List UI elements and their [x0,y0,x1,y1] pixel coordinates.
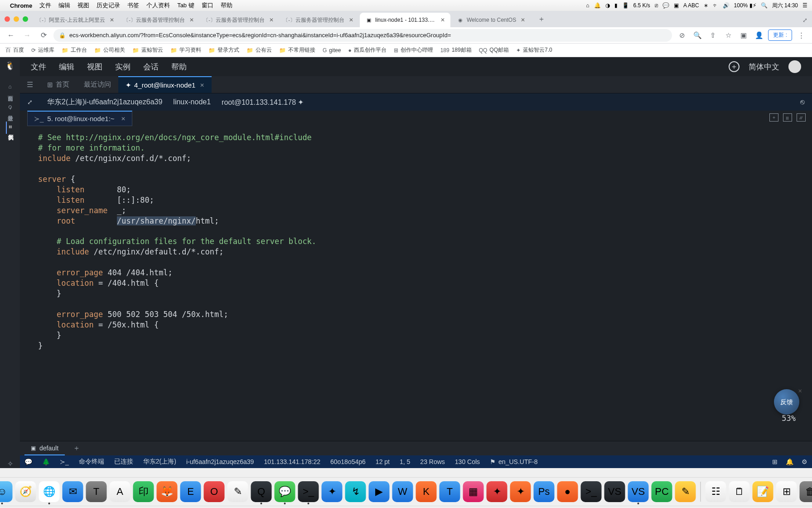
dock-app-icon[interactable]: VS [628,481,649,502]
close-tab-icon[interactable]: ✕ [200,82,204,88]
dock-app-icon[interactable]: 💬 [275,481,295,502]
close-tab-icon[interactable]: ✕ [269,17,274,23]
dock-app-icon[interactable]: ✦ [510,481,531,502]
linux-logo-icon[interactable]: 🐧 [5,61,15,71]
input-abc[interactable]: A ABC [683,2,699,9]
dock-app-icon[interactable]: 🦊 [157,481,178,502]
dock-app-icon[interactable]: ▶ [369,481,390,502]
split-horizontal-icon[interactable]: ⫻ [797,113,806,122]
dock-app-icon[interactable]: 🗑 [800,481,812,502]
dock-app-icon[interactable]: >_ [298,481,319,502]
user-avatar[interactable] [788,60,801,73]
wb-menu-session[interactable]: 会话 [143,62,159,72]
chrome-tab[interactable]: 〔-〕 阿里云-上云就上阿里云 ✕ [34,13,120,27]
bookmark-item[interactable]: ●西瓜创作平台 [348,46,386,54]
close-tab-icon[interactable]: ✕ [189,17,194,23]
dock-app-icon[interactable]: 印 [133,481,154,502]
dock-app-icon[interactable]: Ps [534,481,555,502]
back-button[interactable]: ← [5,29,17,42]
fullscreen-window-button[interactable] [23,16,28,22]
dock-app-icon[interactable]: >_ [581,481,602,502]
dock-app-icon[interactable]: 🗒 [729,481,750,502]
phone-icon[interactable]: 📱 [622,2,629,9]
sidebar-item-recent-login[interactable]: ⟳ 最近登录 [6,102,14,115]
status-prompt-icon[interactable]: ≻_ [60,458,69,465]
status-grid-icon[interactable]: ⊞ [772,458,778,465]
bookmark-item[interactable]: ⊞创作中心哔哩 [394,46,433,54]
close-icon[interactable]: ✕ [121,116,126,122]
profile-icon[interactable]: 👤 [753,29,765,42]
bookmark-item[interactable]: 百百度 [5,46,24,54]
menu-profile[interactable]: 个人资料 [146,1,170,10]
close-tab-icon[interactable]: ✕ [440,17,445,23]
dock-app-icon[interactable]: W [392,481,413,502]
volume-icon[interactable]: 🔊 [723,2,730,9]
bookmark-item[interactable]: 📁公司相关 [94,46,125,54]
address-bar[interactable]: 🔒 ecs-workbench.aliyun.com/?from=EcsCons… [53,29,672,42]
bookmark-item[interactable]: 189189邮箱 [440,46,472,54]
feedback-button[interactable]: 反馈 ✕ [774,389,799,415]
chrome-tab[interactable]: ▣ linux-node1 - 101.133.141.178 ✕ [360,13,450,27]
dock-app-icon[interactable]: ↯ [345,481,366,502]
bookmark-item[interactable]: ✦蓝鲸智云7.0 [516,46,552,54]
dock-app-icon[interactable]: ✦ [487,481,508,502]
chrome-tab[interactable]: 〔-〕 云服务器管理控制台 ✕ [200,13,279,27]
search-icon[interactable]: 🔍 [761,2,768,9]
dock-app-icon[interactable]: ⊞ [776,481,797,502]
dock-app-icon[interactable]: VS [604,481,625,502]
language-switch[interactable]: 简体中文 [749,62,779,72]
circle-icon[interactable]: ◑ [605,2,610,9]
add-session-button[interactable]: ＋ [729,61,740,72]
dock-app-icon[interactable]: ☷ [706,481,726,502]
battery-percent[interactable]: 100% ▮⚡︎ [734,2,756,9]
sidebar-item-my-instances[interactable]: ≡ 我的实例 [6,122,14,134]
close-tab-icon[interactable]: ✕ [521,17,525,23]
status-bell-icon[interactable]: 🔔 [786,458,793,465]
bookmark-item[interactable]: 📁学习资料 [170,46,201,54]
active-app-name[interactable]: Chrome [10,2,32,9]
bookmark-item[interactable]: Ggitee [323,47,341,54]
hamburger-icon[interactable]: ☰ [20,76,40,93]
status-gear-icon[interactable]: ⚙ [802,458,807,465]
close-window-button[interactable] [5,16,10,22]
terminal-tab[interactable]: ≻_ 5. root@linux-node1:~ ✕ [27,111,132,126]
menu-bookmarks[interactable]: 书签 [127,1,139,10]
expand-icon[interactable]: ⤢ [802,17,807,24]
dock-app-icon[interactable]: T [86,481,107,502]
wifi-icon[interactable]: ᯤ [713,2,718,9]
disconnect-icon[interactable]: ⎋ [800,98,805,106]
tab-session-active[interactable]: ✦ 4_root@linux-node1 ✕ [118,76,212,93]
wb-menu-help[interactable]: 帮助 [171,62,187,72]
tab-recent[interactable]: 最近访问 [77,76,118,93]
sidebar-item-current[interactable]: ⌂ 当前页面 [6,80,14,95]
dock-app-icon[interactable]: T [440,481,460,502]
battery-small-icon[interactable]: ▮ [614,2,618,9]
dock-app-icon[interactable]: 🌐 [39,481,60,502]
bookmark-item[interactable]: ⟳运维库 [31,46,54,54]
dock-app-icon[interactable]: E [180,481,201,502]
split-vertical-icon[interactable]: ⫼ [783,113,792,122]
menu-history[interactable]: 历史记录 [97,1,120,10]
clock[interactable]: 周六 14:30 [772,2,798,10]
bookmark-item[interactable]: 📁登录方式 [208,46,239,54]
dock-app-icon[interactable]: 🧭 [15,481,36,502]
expand-panel-icon[interactable]: ⤢ [27,98,33,106]
close-tab-icon[interactable]: ✕ [349,17,353,23]
dock-app-icon[interactable]: ☺ [0,481,13,502]
menu-help[interactable]: 帮助 [221,1,232,10]
status-comment-icon[interactable]: 💬 [24,458,32,465]
wb-menu-file[interactable]: 文件 [31,62,46,72]
camera-icon[interactable]: ⎚ [655,2,658,9]
dock-app-icon[interactable]: 📝 [753,481,773,502]
menu-tab[interactable]: Tab 键 [177,1,194,10]
window-icon[interactable]: ▣ [674,2,679,9]
control-center-icon[interactable]: ☰ [802,2,807,9]
minimize-window-button[interactable] [14,16,19,22]
menu-view[interactable]: 视图 [77,1,89,10]
dock-app-icon[interactable]: A [110,481,130,502]
dock-app-icon[interactable]: ▦ [463,481,484,502]
chrome-tab[interactable]: 〔-〕 云服务器管理控制台 ✕ [121,13,199,27]
dock-app-icon[interactable]: K [416,481,437,502]
extensions-icon[interactable]: ▣ [737,29,750,42]
bookmark-item[interactable]: 📁工作台 [62,46,87,54]
